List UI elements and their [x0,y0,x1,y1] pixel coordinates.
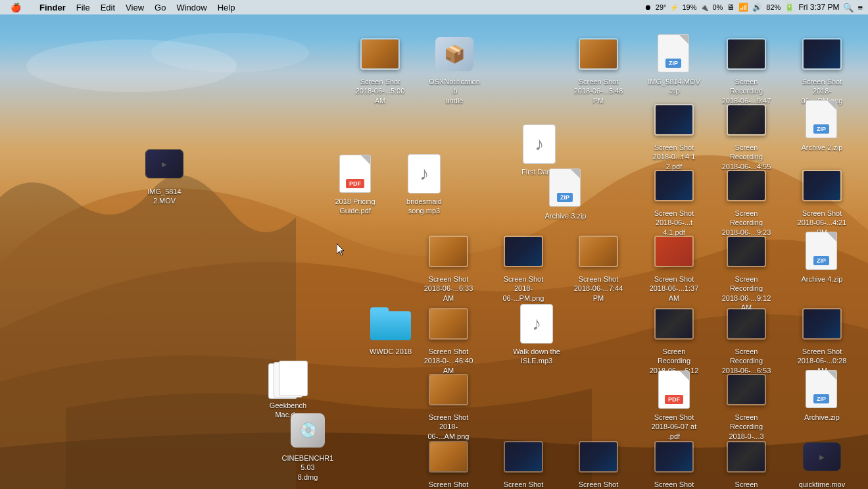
go-menu[interactable]: Go [149,0,171,14]
edit-menu[interactable]: Edit [95,0,120,14]
list-item[interactable]: Screen Shot2018-06-...5:48 PM [572,33,625,105]
file-menu[interactable]: File [71,0,95,14]
cpu-icon: ⚡ [670,4,678,11]
list-item[interactable]: Screen Shot2018-06-...5:12 PM [648,436,700,489]
list-item[interactable]: Screen Shot2018-06-...0:10 AM [422,436,475,489]
list-item[interactable]: PDF Screen Shot2018-06-07 at .pdf [648,369,700,441]
list-item[interactable]: ZIP Archive 4.zip [796,230,848,284]
list-item[interactable]: ♪ bridesmaidsong.mp3 [398,153,450,216]
list-item[interactable]: Screen Shot2018-06-...AM.png [422,369,475,441]
temperature: 29° [656,3,667,11]
bundle-file-icon: 📦 [435,37,473,71]
spotlight-icon[interactable]: 🔍 [843,3,854,13]
cpu-percent: 0% [712,3,723,11]
battery-level: 82% [766,3,781,11]
record-status-icon: ⏺ [644,3,652,11]
list-item[interactable]: PDF 2018 PricingGuide.pdf [329,153,381,216]
list-item[interactable]: Screen Shot2018-06-...5:46 AM [497,436,550,489]
battery-icon: 🔋 [784,3,794,12]
list-item[interactable]: ZIP Archive.zip [796,369,848,422]
list-item[interactable]: Screen Shot2018-06-...1:37 AM [648,230,700,303]
list-item[interactable]: Screen Shot2018-06-...PM.png [497,230,550,303]
battery-percent: 19% [682,3,696,11]
list-item[interactable]: Screen Recording2018-06-...7:44 AM [720,436,773,489]
list-item[interactable]: ▶ IMG_5814 2.MOV [138,143,191,206]
help-menu[interactable]: Help [212,0,241,14]
list-item[interactable]: Screen Shot2018-06-...4:21 PM [796,165,848,237]
list-item[interactable]: Screen Shot2018-06-...7:44 PM [572,230,625,303]
wifi-icon: 📶 [738,3,748,12]
apple-menu[interactable]: 🍎 [5,0,26,14]
notification-icon[interactable]: ≡ [857,3,863,13]
power-icon: 🔌 [700,4,708,11]
list-item[interactable]: Screen Shot2018-06-...6:33 AM [422,230,475,303]
list-item[interactable]: ZIP Archive 3.zip [539,167,592,220]
list-item[interactable]: Screen Shot2018-06-...0:28 AM [796,303,848,375]
mouse-cursor [337,244,345,255]
list-item[interactable]: 📦 OSXNotification.bundle [428,33,481,105]
list-item[interactable]: Screen Shot2018-06-...5:00 AM [354,33,406,105]
list-item[interactable]: Screen Shot2018-0-...46:40 AM [422,303,475,375]
list-item[interactable]: ZIP IMG_5814.MOV.zip [648,33,700,96]
list-item[interactable]: Screen Shot2018-06-...5:27 PM [572,436,625,489]
display-icon: 🖥 [727,3,735,12]
list-item[interactable]: Screen Recording2018-06-...9:12 AM [720,230,773,312]
list-item[interactable]: WWDC 2018 [364,303,417,356]
clock: Fri 3:37 PM [798,3,839,12]
list-item[interactable]: 💿 CINEBENCHR15.038.dmg [281,409,334,482]
list-item[interactable]: ♪ Walk down theISLE.mp3 [510,303,563,366]
menubar: 🍎 Finder File Edit View Go Window Help ⏺… [0,0,868,14]
list-item[interactable]: ▶ quicktime.mov [796,436,848,489]
finder-menu[interactable]: Finder [34,0,71,14]
list-item[interactable]: Screen Shot2018-06-...PM.png [796,33,848,105]
desktop: Screen Shot2018-06-...5:00 AM 📦 OSXNotif… [0,14,868,489]
window-menu[interactable]: Window [171,0,212,14]
volume-icon: 🔊 [752,3,762,12]
view-menu[interactable]: View [120,0,149,14]
list-item[interactable]: Screen Shot2018-06-...t 4.1.pdf [648,165,700,237]
list-item[interactable]: Screen Shot2018-0...t 4 1 2.pdf [648,99,700,171]
list-item[interactable]: ZIP Archive 2.zip [796,99,848,152]
